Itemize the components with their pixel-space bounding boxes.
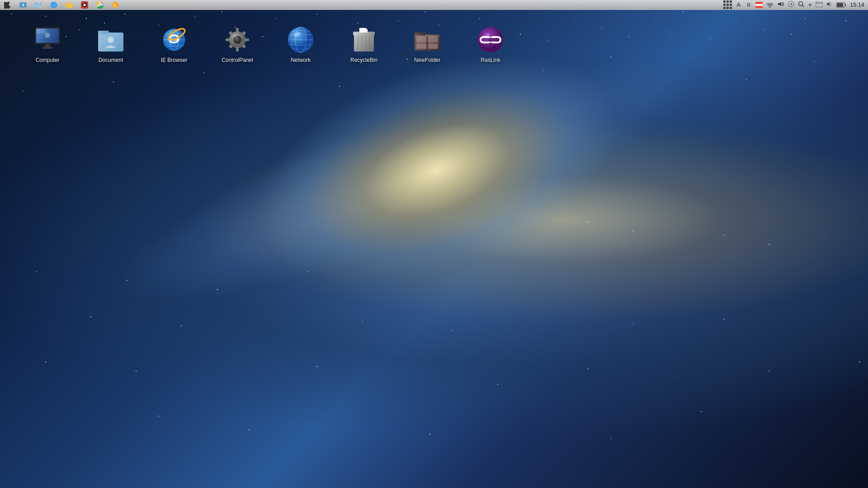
svg-rect-81: [354, 34, 374, 52]
network-icon[interactable]: Network: [280, 23, 321, 66]
svg-rect-54: [98, 31, 108, 34]
svg-marker-29: [778, 2, 781, 6]
recycle-bin-icon-img: [349, 25, 378, 54]
svg-rect-26: [755, 4, 763, 6]
menubar-r-icon[interactable]: R: [745, 2, 752, 8]
svg-point-38: [819, 2, 820, 3]
menubar-files-icon[interactable]: [34, 2, 42, 8]
svg-rect-94: [428, 36, 438, 42]
document-icon[interactable]: Document: [90, 23, 131, 66]
desktop-icons-container: Computer: [0, 14, 868, 75]
menubar-grid-icon[interactable]: [723, 0, 732, 9]
ie-browser-icon[interactable]: IE Browser: [154, 23, 194, 66]
svg-rect-5: [39, 2, 42, 8]
svg-rect-97: [415, 35, 439, 37]
menubar-right: A R: [723, 0, 865, 9]
svg-rect-47: [37, 29, 46, 33]
control-panel-icon-label: ControlPanel: [222, 57, 253, 63]
ie-browser-icon-img: [160, 25, 189, 54]
svg-rect-15: [66, 3, 69, 4]
svg-line-88: [369, 36, 370, 51]
svg-marker-39: [827, 2, 830, 6]
svg-point-37: [818, 2, 819, 3]
svg-rect-41: [837, 3, 843, 7]
document-icon-img: [96, 25, 125, 54]
new-folder-icon-label: NewFolder: [414, 57, 440, 63]
recycle-bin-icon[interactable]: RecycleBin: [344, 23, 384, 66]
computer-icon-img: [33, 25, 62, 54]
menubar-telegram-icon[interactable]: t: [111, 2, 119, 8]
menubar-battery-icon[interactable]: [836, 2, 846, 8]
computer-icon[interactable]: Computer: [27, 23, 68, 66]
svg-rect-48: [45, 44, 50, 47]
svg-point-2: [22, 4, 24, 5]
svg-text:t: t: [114, 3, 115, 8]
raslink-icon-label: RasLink: [481, 57, 500, 63]
svg-rect-66: [245, 38, 249, 41]
computer-icon-label: Computer: [36, 57, 60, 63]
svg-rect-27: [755, 6, 763, 8]
menubar-chrome-icon[interactable]: [96, 2, 104, 8]
svg-line-33: [802, 5, 804, 7]
svg-rect-42: [845, 4, 846, 6]
svg-point-55: [108, 37, 114, 43]
new-folder-icon-img: [413, 25, 442, 54]
control-panel-icon-img: [223, 25, 252, 54]
menubar-media-icon[interactable]: [80, 2, 89, 8]
svg-point-28: [769, 6, 770, 7]
menubar-a-icon[interactable]: A: [736, 1, 742, 8]
menubar-folder-icon[interactable]: [65, 2, 73, 8]
menubar-globe-icon[interactable]: [50, 2, 58, 8]
network-icon-label: Network: [291, 57, 311, 63]
raslink-icon[interactable]: RasLink: [470, 23, 511, 66]
menubar-left: t: [4, 2, 119, 8]
menubar-volume-icon[interactable]: [826, 1, 833, 9]
menubar-time: 15:14: [850, 2, 864, 8]
svg-rect-95: [416, 43, 426, 49]
svg-line-86: [362, 36, 362, 51]
svg-rect-4: [35, 3, 38, 4]
raslink-icon-img: [476, 25, 505, 54]
svg-text:?: ?: [790, 2, 793, 7]
menubar-lang-icon[interactable]: [755, 2, 763, 8]
svg-rect-65: [226, 38, 230, 41]
svg-rect-96: [428, 43, 438, 49]
svg-rect-49: [42, 47, 53, 49]
apple-menu-icon[interactable]: [4, 2, 12, 8]
menubar-sound-icon[interactable]: [777, 1, 784, 9]
menubar-finder-icon[interactable]: [19, 2, 27, 8]
new-folder-icon[interactable]: NewFolder: [407, 23, 448, 66]
menubar-question-icon[interactable]: ?: [788, 1, 794, 9]
menubar-window-icon[interactable]: [816, 1, 823, 9]
menubar-plus-icon[interactable]: +: [808, 1, 812, 9]
svg-point-22: [99, 4, 101, 6]
icon-group: Computer: [27, 23, 511, 66]
svg-rect-63: [236, 28, 239, 33]
network-icon-img: [286, 25, 315, 54]
recycle-bin-icon-label: RecycleBin: [350, 57, 377, 63]
svg-rect-3: [35, 4, 39, 8]
svg-point-36: [816, 2, 817, 3]
document-icon-label: Document: [99, 57, 123, 63]
ie-browser-icon-label: IE Browser: [161, 57, 188, 63]
menubar-search-icon[interactable]: [798, 1, 804, 9]
svg-rect-64: [236, 47, 239, 52]
svg-point-23: [112, 2, 118, 8]
menubar-wifi-icon[interactable]: [766, 2, 774, 8]
svg-rect-93: [416, 36, 426, 42]
menubar: t A R: [0, 0, 868, 10]
svg-rect-103: [489, 38, 492, 42]
svg-point-50: [45, 33, 50, 38]
control-panel-icon[interactable]: ControlPanel: [217, 23, 258, 66]
